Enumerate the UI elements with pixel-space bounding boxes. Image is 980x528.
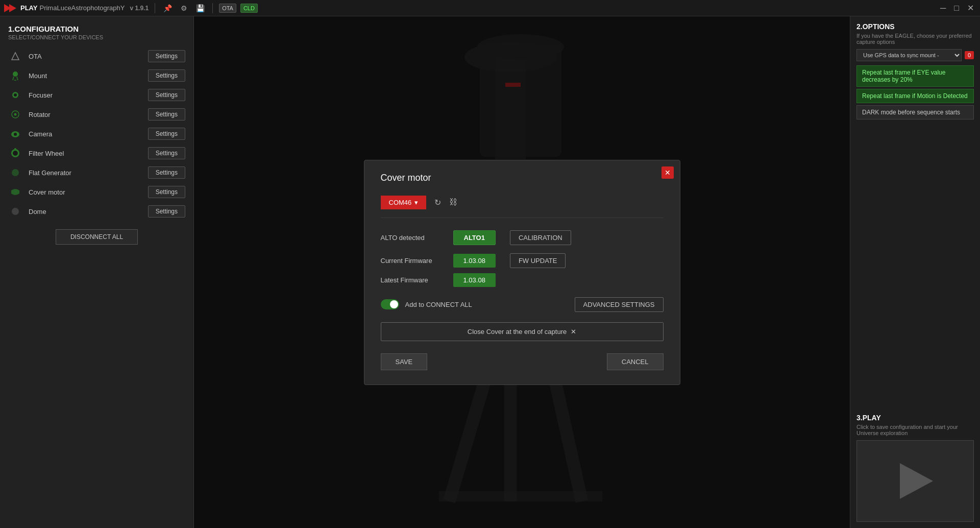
device-row-focuser: Focuser Settings xyxy=(0,85,193,105)
option-dark-mode[interactable]: DARK mode before sequence starts xyxy=(856,105,974,119)
refresh-icon[interactable]: ↻ xyxy=(434,198,441,207)
device-name-camera: Camera xyxy=(29,130,142,138)
fw-update-btn[interactable]: FW UPDATE xyxy=(510,253,566,268)
device-name-mount: Mount xyxy=(29,72,142,80)
calibration-btn[interactable]: CALIBRATION xyxy=(510,230,571,245)
cover-motor-modal: Cover motor ✕ COM46 ▾ ↻ ⛓ ALTO detected … xyxy=(364,160,680,385)
connect-all-toggle[interactable] xyxy=(381,299,399,309)
svg-point-0 xyxy=(13,71,18,77)
svg-point-2 xyxy=(14,93,17,97)
cancel-btn[interactable]: CANCEL xyxy=(607,353,664,370)
device-name-covermotor: Cover motor xyxy=(29,188,142,196)
close-cover-row: Close Cover at the end of capture ✕ xyxy=(381,322,664,341)
maximize-btn[interactable]: □ xyxy=(952,4,961,13)
play-section: 3.PLAY Click to save configuration and s… xyxy=(856,414,974,522)
close-cover-text: Close Cover at the end of capture xyxy=(468,328,567,335)
brand-name: PrimaLuceAstrophotographY xyxy=(39,4,125,12)
window-controls: ─ □ ✕ xyxy=(938,3,976,13)
sidebar-section-subtitle: SELECT/CONNECT YOUR DEVICES xyxy=(0,34,193,46)
options-section-title: 2.OPTIONS xyxy=(856,22,974,31)
link-icon[interactable]: ⛓ xyxy=(449,198,457,207)
camera-icon xyxy=(8,128,22,139)
sidebar: 1.CONFIGURATION SELECT/CONNECT YOUR DEVI… xyxy=(0,16,194,528)
modal-footer: SAVE CANCEL xyxy=(381,353,664,370)
device-name-flatgen: Flat Generator xyxy=(29,169,142,177)
port-value: COM46 xyxy=(389,199,412,206)
covermotor-icon xyxy=(8,186,22,198)
current-firmware-row: Current Firmware 1.03.08 FW UPDATE xyxy=(381,253,664,268)
save-icon[interactable]: 💾 xyxy=(194,2,206,14)
cld-badge[interactable]: CLD xyxy=(240,4,258,13)
device-row-dome: Dome Settings xyxy=(0,202,193,221)
latest-firmware-label: Latest Firmware xyxy=(381,276,447,284)
settings-btn-dome[interactable]: Settings xyxy=(148,205,185,218)
focuser-icon xyxy=(8,89,22,101)
settings-btn-covermotor[interactable]: Settings xyxy=(148,186,185,198)
connect-all-row: Add to CONNECT ALL ADVANCED SETTINGS xyxy=(381,297,664,312)
svg-point-8 xyxy=(13,151,18,156)
device-row-covermotor: Cover motor Settings xyxy=(0,182,193,202)
play-section-desc: Click to save configuration and start yo… xyxy=(856,424,974,436)
pin-icon[interactable]: 📌 xyxy=(161,2,174,14)
alto-row: ALTO detected ALTO1 CALIBRATION xyxy=(381,230,664,245)
modal-title: Cover motor xyxy=(381,173,664,183)
settings-btn-mount[interactable]: Settings xyxy=(148,69,185,82)
device-row-camera: Camera Settings xyxy=(0,124,193,143)
divider2 xyxy=(212,3,213,13)
divider1 xyxy=(155,3,155,13)
ota-badge[interactable]: OTA xyxy=(219,4,236,13)
svg-point-10 xyxy=(12,169,19,176)
device-name-rotator: Rotator xyxy=(29,111,142,118)
device-name-ota: OTA xyxy=(29,53,142,60)
device-row-flatgen: Flat Generator Settings xyxy=(0,163,193,182)
right-panel: 2.OPTIONS If you have the EAGLE, choose … xyxy=(850,16,980,528)
device-row-rotator: Rotator Settings xyxy=(0,105,193,124)
version: v 1.9.1 xyxy=(130,5,149,12)
settings-btn-flatgen[interactable]: Settings xyxy=(148,166,185,179)
alto-value-btn[interactable]: ALTO1 xyxy=(453,230,496,245)
alto-label: ALTO detected xyxy=(381,234,447,242)
option-motion-detected[interactable]: Repeat last frame if Motion is Detected xyxy=(856,89,974,103)
dome-icon xyxy=(8,206,22,217)
minimize-btn[interactable]: ─ xyxy=(938,4,948,13)
flatgen-icon xyxy=(8,167,22,178)
port-row: COM46 ▾ ↻ ⛓ xyxy=(381,196,664,218)
settings-sliders-icon[interactable]: ⚙ xyxy=(178,2,190,14)
current-firmware-value: 1.03.08 xyxy=(453,254,496,268)
svg-point-9 xyxy=(14,148,16,150)
sidebar-section-title: 1.CONFIGURATION xyxy=(0,22,193,34)
latest-firmware-value: 1.03.08 xyxy=(453,273,496,287)
dropdown-arrow-icon: ▾ xyxy=(414,199,418,206)
device-name-filterwheel: Filter Wheel xyxy=(29,150,142,157)
option-eye-value[interactable]: Repeat last frame if EYE value decreases… xyxy=(856,65,974,87)
gps-select[interactable]: Use GPS data to sync mount - xyxy=(856,49,962,61)
rotator-icon xyxy=(8,109,22,120)
device-row-filterwheel: Filter Wheel Settings xyxy=(0,143,193,163)
advanced-settings-btn[interactable]: ADVANCED SETTINGS xyxy=(575,297,664,312)
app-logo: PLAY PrimaLuceAstrophotographY v 1.9.1 xyxy=(4,4,149,12)
modal-overlay: Cover motor ✕ COM46 ▾ ↻ ⛓ ALTO detected … xyxy=(194,16,850,528)
close-btn[interactable]: ✕ xyxy=(965,3,976,13)
settings-btn-filterwheel[interactable]: Settings xyxy=(148,147,185,159)
settings-btn-camera[interactable]: Settings xyxy=(148,128,185,140)
disconnect-all-btn[interactable]: DISCONNECT ALL xyxy=(56,229,138,245)
settings-btn-ota[interactable]: Settings xyxy=(148,50,185,62)
modal-close-btn[interactable]: ✕ xyxy=(662,166,674,179)
close-cover-btn[interactable]: Close Cover at the end of capture ✕ xyxy=(381,322,664,341)
play-btn[interactable] xyxy=(856,440,974,522)
connect-all-label: Add to CONNECT ALL xyxy=(405,301,472,308)
port-dropdown-btn[interactable]: COM46 ▾ xyxy=(381,196,427,209)
latest-firmware-row: Latest Firmware 1.03.08 xyxy=(381,273,664,287)
save-btn[interactable]: SAVE xyxy=(381,353,428,370)
play-section-title: 3.PLAY xyxy=(856,414,974,422)
settings-btn-rotator[interactable]: Settings xyxy=(148,108,185,121)
device-row-ota: OTA Settings xyxy=(0,46,193,66)
ota-icon xyxy=(8,51,22,62)
settings-btn-focuser[interactable]: Settings xyxy=(148,89,185,101)
current-firmware-label: Current Firmware xyxy=(381,257,447,265)
firmware-group: Current Firmware 1.03.08 FW UPDATE Lates… xyxy=(381,253,664,287)
main-layout: 1.CONFIGURATION SELECT/CONNECT YOUR DEVI… xyxy=(0,16,980,528)
options-section-desc: If you have the EAGLE, choose your prefe… xyxy=(856,33,974,45)
gps-row: Use GPS data to sync mount - 0 xyxy=(856,49,974,61)
svg-point-6 xyxy=(14,133,17,136)
